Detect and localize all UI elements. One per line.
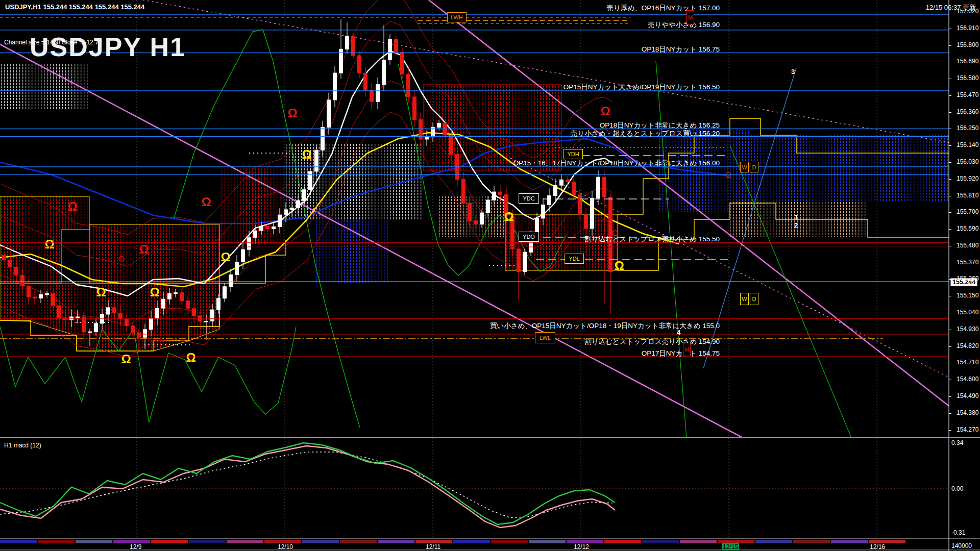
op-level-annotation: 割り込むとストップロス売り小さめ 155.50	[584, 235, 720, 244]
op-level-annotation: OP18日NYカット 156.75	[642, 45, 720, 54]
macd-green-line	[0, 443, 615, 524]
sentiment-strip-segment	[718, 540, 754, 543]
wave-count-label: 4	[677, 329, 680, 336]
wave-count-label: 2	[794, 221, 798, 229]
op-level-annotation: 買い小さめ、OP15日NYカット/OP18・19日NYカット非常に大きめ 155…	[490, 321, 720, 331]
sentiment-strip-segment	[680, 540, 717, 543]
symbol-watermark: USDJPY H1	[30, 32, 186, 62]
op-level-annotation: 割り込むとストップロス売り小さめ 154.90	[584, 337, 720, 346]
sentiment-strip-segment	[302, 540, 339, 543]
macd-signal-line	[0, 452, 612, 518]
price-axis-label: 157.020	[957, 8, 978, 15]
level-tag-w: W	[740, 293, 749, 305]
ichimoku-cloud	[316, 219, 388, 283]
price-axis-tick	[949, 45, 951, 46]
price-axis-tick	[949, 296, 951, 296]
op-level-annotation: OP15・16、17日NYカット/OP18日NYカット非常に大きめ 156.00	[513, 159, 720, 168]
sentiment-strip-segment	[831, 540, 868, 543]
chart-canvas[interactable]: ΩΩΩΩΩΩΩΩΩΩΩΩΩΩ	[0, 0, 980, 551]
macd-panel	[0, 443, 949, 528]
signal-arrow-icon: Ω	[201, 195, 211, 209]
macd-axis-label: -0.31	[951, 529, 965, 536]
sentiment-strip-segment	[38, 540, 75, 543]
op-level-annotation: OP17日NYカット 154.75	[642, 349, 720, 358]
sentiment-strip-segment	[567, 540, 603, 543]
ichimoku-cloud	[219, 168, 286, 245]
price-axis-tick	[949, 212, 951, 213]
level-tag-d: D	[750, 162, 758, 172]
price-axis-label: 155.590	[957, 225, 978, 232]
wave-count-label: 1	[794, 213, 798, 221]
price-axis-label: 154.710	[957, 359, 978, 366]
price-axis-label: 154.930	[957, 325, 978, 333]
price-axis-tick	[949, 179, 951, 180]
time-axis-label[interactable]: 12/12	[574, 543, 589, 550]
level-tag-m: M	[683, 343, 691, 356]
signal-arrow-icon: Ω	[139, 242, 149, 256]
price-axis-tick	[949, 112, 951, 113]
time-axis-label[interactable]: 12/11	[426, 543, 440, 550]
time-axis-label[interactable]: 12/9	[130, 543, 141, 550]
op-level-annotation: OP15日NYカット大きめ/OP19日NYカット 156.50	[564, 83, 720, 92]
price-axis-tick	[949, 246, 951, 246]
price-axis-tick	[949, 430, 951, 431]
scale-fix-label: 140000	[951, 542, 972, 549]
op-level-annotation: 売り厚め、OP16日NYカット 157.00	[607, 4, 720, 13]
price-axis-label: 156.910	[957, 24, 978, 32]
price-axis-tick	[949, 129, 951, 129]
level-tag-ydl: YDL	[565, 254, 584, 264]
price-axis-label: 156.360	[957, 108, 978, 115]
sentiment-strip-segment	[529, 540, 566, 543]
price-axis-tick	[949, 145, 951, 146]
trend-line[interactable]	[656, 61, 687, 438]
price-axis-label: 156.030	[957, 158, 978, 165]
ichimoku-cloud	[658, 130, 750, 212]
signal-arrow-icon: Ω	[67, 199, 77, 213]
sentiment-strip-segment	[227, 540, 263, 543]
sentiment-strip-segment	[869, 540, 905, 543]
sentiment-strip-segment	[642, 540, 679, 543]
level-tag-ydo: YDO	[519, 232, 539, 242]
wave-count-label: 3	[791, 68, 795, 76]
price-axis-label: 154.820	[957, 342, 978, 349]
price-axis-label: 155.810	[957, 192, 978, 199]
sentiment-strip-segment	[378, 540, 414, 543]
price-axis-tick	[949, 196, 951, 196]
chart-title: USDJPY,H1 155.244 155.244 155.244 155.24…	[5, 3, 144, 11]
sentiment-strip-segment	[491, 540, 528, 543]
price-axis-label: 155.260	[957, 275, 978, 282]
level-tag-lwl: LWL	[535, 332, 555, 343]
signal-arrow-icon: Ω	[302, 147, 311, 161]
price-axis-tick	[949, 279, 951, 280]
signal-arrow-icon: Ω	[287, 106, 297, 120]
channel-info-label: Channel size = 1460 Slope = -12.72	[4, 39, 102, 46]
time-axis-label[interactable]: 12/16	[870, 543, 885, 550]
sentiment-strip-segment	[113, 540, 150, 543]
price-axis-tick	[949, 363, 951, 363]
price-axis-label: 154.600	[957, 375, 978, 383]
time-axis-label[interactable]: 12/15	[722, 543, 739, 550]
sentiment-strip-segment	[0, 540, 37, 543]
sentiment-strip-segment	[189, 540, 226, 543]
price-axis-tick	[949, 162, 951, 163]
macd-axis-label: 0.34	[951, 439, 963, 446]
price-axis-label: 156.580	[957, 74, 978, 82]
price-axis-label: 155.920	[957, 175, 978, 182]
signal-arrow-icon: Ω	[614, 259, 624, 272]
price-axis-tick	[949, 413, 951, 414]
signal-arrow-icon: Ω	[600, 104, 610, 118]
price-axis-tick	[949, 346, 951, 347]
macd-axis-label: 0.00	[951, 485, 963, 492]
price-axis-label: 156.140	[957, 141, 978, 148]
signal-arrow-icon: Ω	[121, 352, 131, 366]
price-axis-tick	[949, 95, 951, 96]
price-axis-label: 156.690	[957, 58, 978, 65]
signal-arrow-icon: Ω	[150, 285, 159, 299]
price-axis-tick	[949, 263, 951, 263]
price-axis-label: 155.040	[957, 309, 978, 316]
price-axis-tick	[949, 12, 951, 12]
macd-indicator-label: H1 macd (12)	[4, 442, 41, 449]
time-axis-label[interactable]: 12/10	[278, 543, 293, 550]
signal-arrow-icon: Ω	[186, 350, 195, 364]
sentiment-strip-segment	[755, 540, 792, 543]
